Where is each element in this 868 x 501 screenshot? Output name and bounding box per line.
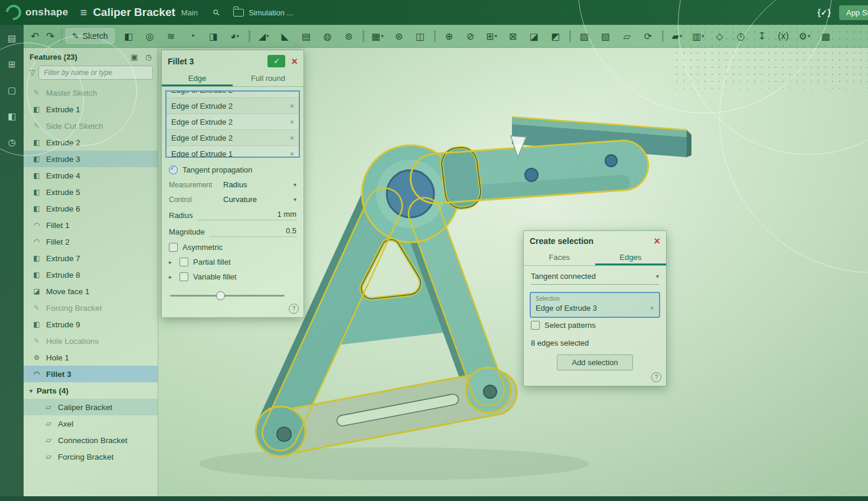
feature-item[interactable]: ◧ Extrude 1 xyxy=(24,101,158,118)
parts-list-icon[interactable]: ◧ xyxy=(8,111,16,122)
undo-icon[interactable]: ↶ xyxy=(27,30,43,43)
remove-selection-icon[interactable]: × xyxy=(289,90,294,95)
remove-selection-icon[interactable]: × xyxy=(289,149,294,158)
export-icon[interactable]: ↧ xyxy=(752,27,773,45)
feature-item[interactable]: ◠ Fillet 1 xyxy=(24,217,158,233)
shell-icon[interactable]: ◍ xyxy=(317,27,338,45)
sheet-metal-icon[interactable]: ▰ ▾ xyxy=(667,27,688,45)
chevron-right-icon[interactable]: ▸ xyxy=(169,274,175,280)
replace-face-icon[interactable]: ◩ xyxy=(545,27,566,45)
revolve-icon[interactable]: ◎ xyxy=(139,27,161,45)
parts-section-header[interactable]: ▾ Parts (4) xyxy=(24,382,158,399)
loft-icon[interactable]: ◔ xyxy=(182,27,203,45)
feature-item[interactable]: ◧ Extrude 9 xyxy=(24,316,158,333)
plane-icon[interactable]: ▱ xyxy=(616,27,638,45)
link-icon[interactable]: ⚲ xyxy=(211,7,222,18)
hamburger-menu-icon[interactable]: ≡ xyxy=(80,6,87,19)
part-item[interactable]: ▱ Caliper Bracket xyxy=(24,399,158,415)
measurement-dropdown[interactable]: Radius xyxy=(223,180,247,189)
workspace-tab[interactable]: Simulation ... xyxy=(249,8,293,17)
part-item[interactable]: ▱ Axel xyxy=(24,415,158,432)
transform-icon[interactable]: ⊞ ▾ xyxy=(481,27,502,45)
helix-icon[interactable]: ⟳ xyxy=(638,27,659,45)
close-icon[interactable]: × xyxy=(654,236,660,246)
feature-item[interactable]: ◠ Fillet 2 xyxy=(24,233,158,250)
separator[interactable] xyxy=(363,30,364,42)
featurescript-icon[interactable]: {✓} xyxy=(817,8,831,17)
remove-selection-icon[interactable]: × xyxy=(289,118,294,126)
mirror-icon[interactable]: ◫ xyxy=(410,27,431,45)
feature-item[interactable]: ✎ Side Cut Sketch xyxy=(24,118,158,134)
onshape-logo[interactable]: onshape xyxy=(0,5,76,20)
tab-faces[interactable]: Faces xyxy=(524,250,595,265)
close-icon[interactable]: × xyxy=(291,56,298,67)
move-face-icon[interactable]: ◪ xyxy=(524,27,545,45)
fillet-slider[interactable] xyxy=(170,291,295,300)
magnitude-input[interactable]: 0.5 xyxy=(210,226,296,237)
tab-edge[interactable]: Edge xyxy=(162,71,233,86)
table-icon[interactable]: ▩ xyxy=(815,27,837,45)
help-icon[interactable]: ? xyxy=(651,372,661,382)
edge-selection-list[interactable]: Edge of Extrude 2 × Edge of Extrude 2 × … xyxy=(165,90,300,158)
app-store-button[interactable]: App St xyxy=(839,5,868,20)
selection-item[interactable]: Edge of Extrude 2 × xyxy=(167,114,299,130)
assembly-icon[interactable]: ⊞ xyxy=(8,59,16,70)
selection-filter-dropdown[interactable]: Tangent connected ▾ xyxy=(531,272,659,285)
confirm-button[interactable]: ✓ xyxy=(267,55,285,67)
slider-track[interactable] xyxy=(170,295,285,297)
history-icon[interactable]: ◷ xyxy=(8,137,15,148)
radius-input[interactable]: 1 mm xyxy=(197,210,296,220)
feature-item[interactable]: ⊚ Hole 1 xyxy=(24,349,158,366)
frame-icon[interactable]: ▥ ▾ xyxy=(688,27,709,45)
variable-icon[interactable]: (x) xyxy=(773,27,794,45)
slider-thumb[interactable] xyxy=(216,291,225,300)
document-title[interactable]: Caliper Bracket xyxy=(93,6,175,19)
part-item[interactable]: ▱ Connection Bracket xyxy=(24,432,158,448)
feature-item[interactable]: ◠ Fillet 3 xyxy=(24,366,158,382)
fillet-icon[interactable]: ◕ ▾ xyxy=(224,27,246,45)
feature-item[interactable]: ◧ Extrude 4 xyxy=(24,167,158,184)
rib-icon[interactable]: ▤ xyxy=(296,27,317,45)
separator[interactable] xyxy=(249,30,250,42)
thicken-icon[interactable]: ◨ xyxy=(203,27,224,45)
help-icon[interactable]: ? xyxy=(289,304,299,314)
custom-feature-icon[interactable]: ⚙ ▾ xyxy=(794,27,815,45)
fill-surface-icon[interactable]: ▨ xyxy=(595,27,616,45)
feature-item[interactable]: ◧ Extrude 7 xyxy=(24,250,158,266)
document-outline-icon[interactable]: ▤ xyxy=(8,33,16,44)
feature-item[interactable]: ✎ Forcing Bracket xyxy=(24,300,158,316)
selection-item[interactable]: Edge of Extrude 2 × xyxy=(167,130,299,146)
split-icon[interactable]: ⊘ xyxy=(460,27,481,45)
extrude-icon[interactable]: ◧ xyxy=(118,27,139,45)
branch-selector[interactable]: Main xyxy=(181,8,198,17)
redo-icon[interactable]: ↷ xyxy=(43,30,58,43)
separator[interactable] xyxy=(434,30,436,42)
feature-item[interactable]: ◧ Extrude 2 xyxy=(24,134,158,151)
remove-selection-icon[interactable]: × xyxy=(289,102,294,110)
linear-pattern-icon[interactable]: ▦ ▾ xyxy=(367,27,389,45)
feature-filter-input[interactable] xyxy=(38,66,153,80)
hole-icon[interactable]: ⊚ xyxy=(338,27,360,45)
selection-item[interactable]: Edge of Extrude 2 × xyxy=(167,98,299,114)
measure-icon[interactable]: ◇ xyxy=(709,27,730,45)
sketch-button[interactable]: ✎ Sketch xyxy=(66,28,115,44)
remove-selection-icon[interactable]: × xyxy=(289,134,294,142)
add-selection-button[interactable]: Add selection xyxy=(557,354,632,370)
remove-selection-icon[interactable]: × xyxy=(650,304,654,313)
draft-icon[interactable]: ◣ xyxy=(275,27,296,45)
separator[interactable] xyxy=(569,30,571,42)
feature-item[interactable]: ◧ Extrude 5 xyxy=(24,184,158,200)
chamfer-icon[interactable]: ◢ ▾ xyxy=(253,27,275,45)
offset-surface-icon[interactable]: ▧ xyxy=(574,27,595,45)
panel-toggle-icon[interactable]: ▣ xyxy=(130,53,138,61)
boolean-icon[interactable]: ⊕ xyxy=(439,27,460,45)
rollback-icon[interactable]: ◷ xyxy=(145,53,152,61)
delete-face-icon[interactable]: ⊠ xyxy=(502,27,524,45)
select-patterns-checkbox[interactable] xyxy=(531,321,540,330)
tab-full-round[interactable]: Full round xyxy=(233,71,304,86)
separator[interactable] xyxy=(662,30,664,42)
variable-fillet-checkbox[interactable] xyxy=(180,272,188,281)
selection-item[interactable]: Edge of Extrude 1 × xyxy=(167,146,299,158)
selection-field[interactable]: Selection Edge of Extrude 3 × xyxy=(530,292,660,318)
feature-item[interactable]: ✎ Hole Locations xyxy=(24,333,158,349)
